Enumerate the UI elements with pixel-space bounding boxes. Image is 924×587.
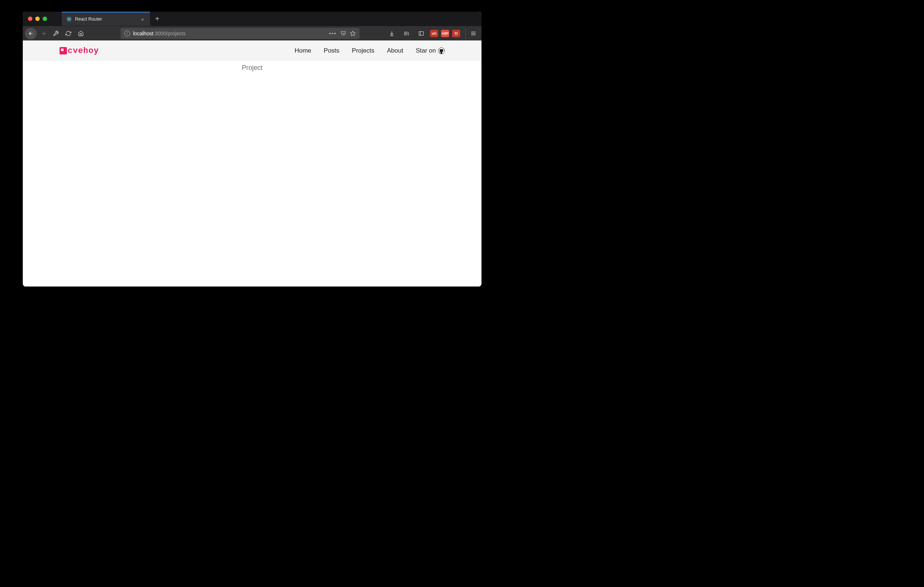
tampermonkey-extension-icon[interactable] bbox=[452, 30, 460, 37]
titlebar: React Router × + bbox=[23, 12, 482, 26]
sidebar-button[interactable] bbox=[415, 28, 427, 40]
new-tab-button[interactable]: + bbox=[150, 15, 165, 22]
toolbar: i localhost:3000/projects ••• bbox=[23, 26, 482, 40]
svg-point-7 bbox=[455, 32, 456, 34]
svg-point-8 bbox=[457, 32, 458, 34]
tab-title: React Router bbox=[75, 17, 137, 22]
window-minimize-button[interactable] bbox=[35, 17, 40, 21]
window-close-button[interactable] bbox=[28, 17, 32, 21]
back-button[interactable] bbox=[25, 28, 37, 40]
github-icon bbox=[438, 48, 445, 54]
bookmark-star-icon[interactable] bbox=[350, 31, 356, 36]
adblock-extension-icon[interactable]: ABP bbox=[441, 30, 449, 37]
window-maximize-button[interactable] bbox=[43, 17, 47, 21]
browser-tab[interactable]: React Router × bbox=[62, 12, 150, 26]
page-content: cvehoy Home Posts Projects About Star on… bbox=[23, 40, 482, 286]
logo-text: cvehoy bbox=[68, 46, 99, 56]
reload-button[interactable] bbox=[63, 28, 74, 40]
svg-marker-4 bbox=[350, 31, 355, 36]
devtools-button[interactable] bbox=[50, 28, 62, 40]
pocket-icon[interactable] bbox=[340, 31, 346, 36]
site-header: cvehoy Home Posts Projects About Star on bbox=[23, 40, 482, 61]
url-path: :3000/projects bbox=[153, 31, 186, 36]
page-title: Project bbox=[23, 64, 482, 72]
more-icon[interactable]: ••• bbox=[329, 31, 337, 36]
site-nav: Home Posts Projects About Star on bbox=[294, 47, 445, 55]
nav-about[interactable]: About bbox=[387, 47, 403, 55]
react-icon bbox=[66, 16, 72, 22]
nav-projects[interactable]: Projects bbox=[352, 47, 374, 55]
menu-button[interactable] bbox=[465, 28, 478, 40]
logo-icon bbox=[59, 47, 67, 55]
url-bar[interactable]: i localhost:3000/projects ••• bbox=[120, 28, 360, 39]
url-text: localhost:3000/projects bbox=[133, 31, 186, 36]
downloads-button[interactable] bbox=[386, 28, 398, 40]
toolbar-right: uO ABP bbox=[386, 28, 479, 40]
info-icon[interactable]: i bbox=[124, 31, 130, 36]
forward-button[interactable] bbox=[38, 28, 49, 40]
tab-close-button[interactable]: × bbox=[140, 16, 145, 22]
ublock-extension-icon[interactable]: uO bbox=[430, 30, 438, 37]
nav-home[interactable]: Home bbox=[294, 47, 311, 55]
svg-rect-5 bbox=[419, 31, 423, 35]
browser-window: React Router × + i localhost:3000/projec… bbox=[23, 12, 482, 286]
url-host: localhost bbox=[133, 31, 153, 36]
svg-point-0 bbox=[69, 19, 70, 20]
nav-posts[interactable]: Posts bbox=[324, 47, 340, 55]
home-button[interactable] bbox=[75, 28, 87, 40]
nav-star-label: Star on bbox=[416, 47, 436, 55]
library-button[interactable] bbox=[401, 28, 412, 40]
page-body: Project bbox=[23, 61, 482, 72]
site-logo[interactable]: cvehoy bbox=[59, 46, 99, 56]
nav-star-on[interactable]: Star on bbox=[416, 47, 445, 55]
window-controls bbox=[23, 17, 47, 21]
